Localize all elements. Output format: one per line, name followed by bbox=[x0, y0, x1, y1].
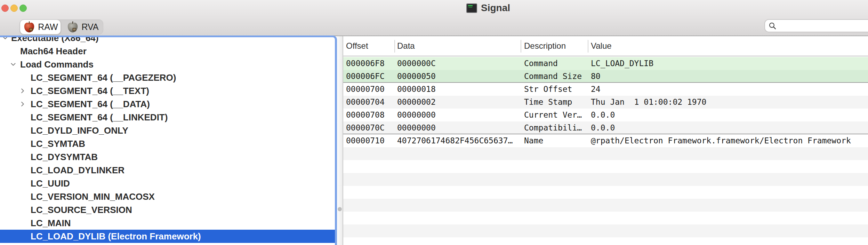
cell-data: 00000000 bbox=[397, 121, 436, 134]
sidebar-tree: Executable (X86_64)Mach64 Header Load Co… bbox=[0, 35, 337, 245]
cell-description: Compatibili… bbox=[524, 121, 588, 134]
table-row[interactable]: 00000700 00000018 Str Offset 24 bbox=[343, 83, 868, 96]
cell-offset: 00000710 bbox=[346, 134, 385, 147]
sidebar-item[interactable]: LC_VERSION_MIN_MACOSX bbox=[0, 190, 335, 203]
sidebar-item-label: LC_DYLD_INFO_ONLY bbox=[31, 124, 128, 137]
sidebar-item[interactable]: LC_SOURCE_VERSION bbox=[0, 203, 335, 216]
cell-description: Name bbox=[524, 134, 588, 147]
cell-value: LC_LOAD_DYLIB bbox=[591, 57, 653, 70]
window-chrome: Signal RAW bbox=[0, 0, 868, 36]
cell-value: 24 bbox=[591, 83, 601, 95]
sidebar-item[interactable]: LC_UUID bbox=[0, 177, 335, 190]
sidebar-item-label: LC_SEGMENT_64 (__TEXT) bbox=[31, 84, 149, 97]
cell-description: Str Offset bbox=[524, 83, 588, 95]
sidebar-item-label: Load Commands bbox=[20, 58, 94, 71]
empty-row[interactable] bbox=[343, 237, 868, 245]
column-divider[interactable] bbox=[521, 40, 521, 53]
cell-offset: 0000070C bbox=[346, 121, 385, 134]
sidebar-item-label: LC_LOAD_DYLINKER bbox=[31, 164, 124, 177]
column-divider[interactable] bbox=[588, 40, 588, 53]
cell-description: Time Stamp bbox=[524, 96, 588, 108]
minimize-button[interactable] bbox=[10, 5, 18, 12]
table-row[interactable]: 00000710 4072706174682F456C65637… Name @… bbox=[343, 134, 868, 147]
empty-row[interactable] bbox=[343, 173, 868, 186]
segment-raw-label: RAW bbox=[38, 22, 58, 32]
table-row[interactable]: 00000704 00000002 Time Stamp Thu Jan 1 0… bbox=[343, 96, 868, 109]
table-header: Offset Data Description Value bbox=[343, 36, 868, 56]
column-header-description: Description bbox=[524, 36, 566, 56]
sidebar-item[interactable]: LC_LOAD_DYLIB (Electron Framework) bbox=[0, 230, 335, 243]
segment-raw[interactable]: RAW bbox=[20, 19, 61, 34]
sidebar-item[interactable]: Executable (X86_64) bbox=[0, 35, 335, 45]
empty-row[interactable] bbox=[343, 160, 868, 173]
table-row[interactable]: 0000070C 00000000 Compatibili… 0.0.0 bbox=[343, 121, 868, 134]
machoview-apple-red-icon bbox=[23, 21, 36, 34]
search-field bbox=[764, 19, 868, 32]
cell-data: 4072706174682F456C65637… bbox=[397, 134, 513, 147]
cell-description: Current Ver… bbox=[524, 109, 588, 121]
sidebar-item[interactable]: LC_DYLD_INFO_ONLY bbox=[0, 124, 335, 137]
cell-data: 0000000C bbox=[397, 57, 436, 70]
sidebar-item-label: LC_LOAD_DYLIB (Electron Framework) bbox=[31, 230, 201, 243]
cell-value: @rpath/Electron Framework.framework/Elec… bbox=[591, 134, 851, 147]
sidebar-rows: Executable (X86_64)Mach64 Header Load Co… bbox=[0, 37, 335, 245]
cell-offset: 000006FC bbox=[346, 70, 385, 82]
sidebar-item-label: LC_VERSION_MIN_MACOSX bbox=[31, 190, 155, 203]
sidebar-item-label: LC_SEGMENT_64 (__LINKEDIT) bbox=[31, 111, 168, 124]
close-button[interactable] bbox=[1, 5, 9, 12]
sidebar-item[interactable]: LC_SEGMENT_64 (__LINKEDIT) bbox=[0, 111, 335, 124]
column-divider[interactable] bbox=[394, 40, 395, 53]
cell-data: 00000050 bbox=[397, 70, 436, 82]
cell-description: Command bbox=[524, 57, 588, 70]
empty-row[interactable] bbox=[343, 186, 868, 199]
segment-rva[interactable]: RVA bbox=[61, 19, 104, 34]
empty-row[interactable] bbox=[343, 147, 868, 160]
title-group: Signal bbox=[466, 2, 510, 14]
sidebar-item[interactable]: LC_DYSYMTAB bbox=[0, 150, 335, 164]
splitter-handle-icon[interactable] bbox=[338, 207, 342, 211]
chevron-right-icon[interactable] bbox=[19, 87, 26, 95]
sidebar-item[interactable]: Mach64 Header bbox=[0, 45, 335, 58]
cell-value: 80 bbox=[591, 70, 601, 82]
sidebar-item-label: LC_MAIN bbox=[31, 216, 71, 230]
detail-table: Offset Data Description Value 000006F8 0… bbox=[343, 36, 868, 245]
zoom-button[interactable] bbox=[19, 5, 27, 12]
column-header-value: Value bbox=[591, 36, 612, 56]
sidebar-item[interactable]: Load Commands bbox=[0, 58, 335, 71]
cell-value: 0.0.0 bbox=[591, 121, 615, 134]
sidebar-item-label: LC_SEGMENT_64 (__PAGEZERO) bbox=[31, 71, 176, 84]
cell-value: Thu Jan 1 01:00:02 1970 bbox=[591, 96, 706, 108]
cell-offset: 00000704 bbox=[346, 96, 385, 108]
table-row[interactable]: 000006F8 0000000C Command LC_LOAD_DYLIB bbox=[343, 57, 868, 70]
chevron-down-icon[interactable] bbox=[1, 35, 9, 42]
cell-description: Command Size bbox=[524, 70, 588, 82]
raw-rva-segmented-control: RAW RVA bbox=[20, 19, 103, 34]
cell-offset: 00000708 bbox=[346, 109, 385, 121]
sidebar-item[interactable]: LC_MAIN bbox=[0, 216, 335, 230]
sidebar-item-label: Mach64 Header bbox=[20, 45, 87, 58]
table-row[interactable]: 00000708 00000000 Current Ver… 0.0.0 bbox=[343, 109, 868, 121]
machoview-apple-gray-icon bbox=[66, 21, 79, 34]
cell-value: 0.0.0 bbox=[591, 109, 615, 121]
chevron-down-icon[interactable] bbox=[9, 61, 17, 68]
search-input[interactable] bbox=[764, 19, 868, 32]
sidebar-item[interactable]: LC_LOAD_DYLINKER bbox=[0, 164, 335, 177]
empty-row[interactable] bbox=[343, 212, 868, 224]
chevron-right-icon[interactable] bbox=[19, 100, 26, 108]
empty-row[interactable] bbox=[343, 224, 868, 237]
pane-splitter[interactable] bbox=[337, 36, 343, 245]
cell-data: 00000002 bbox=[397, 96, 436, 108]
sidebar-item-label: LC_SEGMENT_64 (__DATA) bbox=[31, 97, 150, 111]
sidebar-item-label: LC_SYMTAB bbox=[31, 137, 85, 150]
sidebar-item-label: LC_DYSYMTAB bbox=[31, 150, 98, 164]
sidebar-item[interactable]: LC_SEGMENT_64 (__TEXT) bbox=[0, 84, 335, 97]
sidebar-item-label: Executable (X86_64) bbox=[11, 35, 98, 45]
sidebar-item[interactable]: LC_SEGMENT_64 (__DATA) bbox=[0, 97, 335, 111]
table-row[interactable]: 000006FC 00000050 Command Size 80 bbox=[343, 70, 868, 83]
window-title: Signal bbox=[481, 2, 510, 14]
sidebar-item[interactable]: LC_SEGMENT_64 (__PAGEZERO) bbox=[0, 71, 335, 84]
hex-document-icon bbox=[466, 3, 477, 13]
cell-data: 00000018 bbox=[397, 83, 436, 95]
empty-row[interactable] bbox=[343, 199, 868, 212]
sidebar-item[interactable]: LC_SYMTAB bbox=[0, 137, 335, 150]
